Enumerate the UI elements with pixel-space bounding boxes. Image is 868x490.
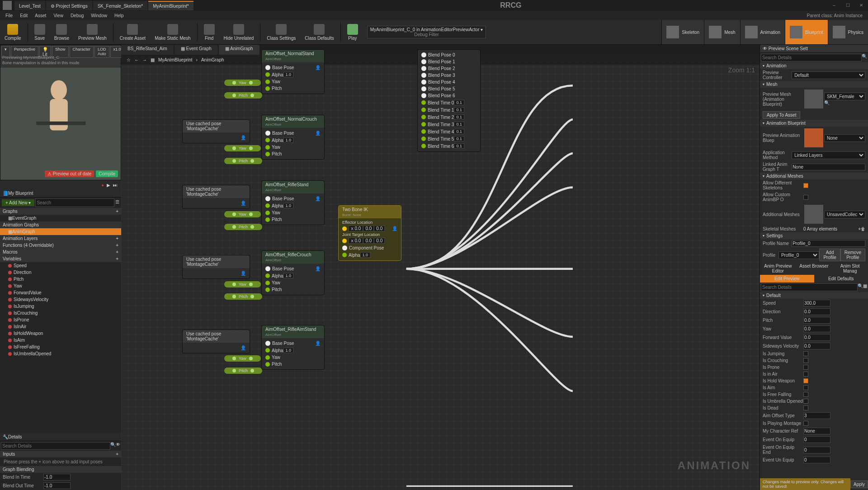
cat-animgraphs[interactable]: Animation Graphs <box>0 221 121 228</box>
prop-field[interactable] <box>803 457 830 463</box>
var-IsAim[interactable]: IsAim <box>0 337 121 344</box>
play-icon[interactable]: ▶ <box>107 183 110 188</box>
prop-field[interactable] <box>803 436 830 443</box>
pitch-pill[interactable]: Pitch <box>224 368 262 374</box>
vp-compile-button[interactable]: Compile <box>96 170 118 177</box>
details-search[interactable] <box>1 442 110 450</box>
prop-field[interactable] <box>803 412 830 419</box>
var-IsInAir[interactable]: IsInAir <box>0 323 121 330</box>
make-static-button[interactable]: Make Static Mesh <box>150 22 195 42</box>
preview-viewport[interactable]: ▾ Perspective 💡Lit Show Character LOD Au… <box>0 45 121 180</box>
minimize-button[interactable]: – <box>827 1 841 10</box>
tab-level[interactable]: Level_Test <box>14 1 45 10</box>
prop-check[interactable] <box>803 399 808 404</box>
cat-variables[interactable]: Variables+ <box>0 255 121 262</box>
prop-field[interactable] <box>803 308 830 315</box>
pitch-pill[interactable]: Pitch <box>224 158 262 164</box>
eye-icon[interactable]: 👁 <box>116 442 120 450</box>
cat-functions[interactable]: Functions (4 Overridable)+ <box>0 242 121 249</box>
mesh-thumb[interactable] <box>804 90 823 108</box>
class-defaults-button[interactable]: Class Defaults <box>300 22 338 42</box>
var-IsProne[interactable]: IsProne <box>0 316 121 323</box>
class-settings-button[interactable]: Class Settings <box>262 22 300 42</box>
close-button[interactable]: ✕ <box>854 1 868 10</box>
sec-default[interactable]: Default <box>760 292 868 299</box>
menu-file[interactable]: File <box>2 13 16 18</box>
blend-in-field[interactable] <box>43 474 71 481</box>
prop-check[interactable] <box>803 405 808 410</box>
tab-skeleton[interactable]: SK_Female_Skeleton* <box>93 1 148 10</box>
yaw-pill[interactable]: Yaw <box>224 355 261 362</box>
sec-mesh[interactable]: Mesh <box>760 81 868 88</box>
debug-target-dropdown[interactable]: MyAnimBlueprint_C_0 in AnimationEditorPr… <box>367 26 486 38</box>
play-button[interactable]: Play <box>343 22 363 42</box>
cat-macros[interactable]: Macros+ <box>0 249 121 255</box>
node-blend[interactable]: Blend Pose 0Blend Pose 1Blend Pose 2Blen… <box>417 49 481 152</box>
menu-debug[interactable]: Debug <box>67 13 87 18</box>
preview-search[interactable] <box>761 283 858 291</box>
prop-field[interactable] <box>803 300 830 306</box>
prop-check[interactable] <box>803 392 808 397</box>
pitch-pill[interactable]: Pitch <box>224 293 262 300</box>
var-IsHoldWeapon[interactable]: IsHoldWeapon <box>0 330 121 337</box>
allow-custom-check[interactable] <box>803 195 808 200</box>
mode-animation[interactable]: Animation <box>740 20 785 44</box>
mode-skeleton[interactable]: Skeleton <box>661 20 704 44</box>
node-cached-4[interactable]: Use cached pose 'MontageCache'👤 <box>182 330 250 353</box>
pitch-pill[interactable]: Pitch <box>224 92 262 99</box>
node-cached-3[interactable]: Use cached pose 'MontageCache'👤 <box>182 255 250 279</box>
yaw-pill[interactable]: Yaw <box>224 145 261 151</box>
edit-defaults-tab[interactable]: Edit Defaults <box>814 275 868 283</box>
prop-field[interactable] <box>803 317 830 324</box>
pitch-pill[interactable]: Pitch <box>224 224 262 230</box>
star-icon[interactable]: ☆ <box>127 57 131 62</box>
preview-ctrl-select[interactable]: Default <box>792 71 865 79</box>
fwd-icon[interactable]: → <box>142 57 147 62</box>
node-aimoffset-3[interactable]: AimOffset_RifleCrouchAimOffsetBase Pose👤… <box>261 250 325 295</box>
sec-animation[interactable]: Animation <box>760 62 868 69</box>
apply-button[interactable]: Apply <box>850 481 868 488</box>
rtab-slot[interactable]: Anim Slot Manag <box>832 262 868 275</box>
prop-field[interactable] <box>803 343 830 349</box>
menu-help[interactable]: Help <box>111 13 127 18</box>
preview-mesh-button[interactable]: Preview Mesh <box>74 22 111 42</box>
save-button[interactable]: Save <box>30 22 50 42</box>
remove-profile-button[interactable]: Remove Profile <box>840 249 865 261</box>
mode-physics[interactable]: Physics <box>828 20 868 44</box>
node-aimoffset-1[interactable]: AimOffset_NormalCrouchAimOffsetBase Pose… <box>261 115 325 160</box>
maximize-button[interactable]: ☐ <box>841 1 854 10</box>
blend-out-field[interactable] <box>43 482 71 489</box>
yaw-pill[interactable]: Yaw <box>224 281 261 287</box>
node-cached-1[interactable]: Use cached pose 'MontageCache'👤 <box>182 119 250 143</box>
back-icon[interactable]: ← <box>134 57 139 62</box>
prop-field[interactable] <box>803 334 830 341</box>
yaw-pill[interactable]: Yaw <box>224 211 261 217</box>
menu-edit[interactable]: Edit <box>16 13 31 18</box>
graph-canvas[interactable]: BS_RifleStand_Aim ▦ Event Graph ▦ AnimGr… <box>121 45 760 490</box>
search-icon[interactable]: 🔍 <box>858 283 863 291</box>
browse-button[interactable]: Browse <box>50 22 74 42</box>
var-ForwardValue[interactable]: ForwardValue <box>0 289 121 296</box>
cat-graphblending[interactable]: Graph Blending <box>0 466 121 473</box>
prop-check[interactable] <box>803 351 808 356</box>
node-cached-2[interactable]: Use cached pose 'MontageCache'👤 <box>182 185 250 209</box>
profile-select[interactable]: Profile_0 <box>778 251 820 259</box>
cat-graphs[interactable]: Graphs+ <box>0 208 121 215</box>
add-new-button[interactable]: + Add New ▾ <box>2 199 34 206</box>
menu-window[interactable]: Window <box>87 13 111 18</box>
prop-check[interactable] <box>803 421 808 426</box>
gtab-event[interactable]: ▦ Event Graph <box>175 45 218 55</box>
var-IsCrouching[interactable]: IsCrouching <box>0 310 121 316</box>
var-Direction[interactable]: Direction <box>0 269 121 276</box>
prop-check[interactable] <box>803 365 808 370</box>
addmesh-thumb[interactable] <box>804 205 823 224</box>
prop-field[interactable] <box>803 447 830 453</box>
rtab-preview[interactable]: Anim Preview Editor <box>760 262 796 275</box>
prop-check[interactable] <box>803 358 808 363</box>
var-Pitch[interactable]: Pitch <box>0 276 121 283</box>
var-IsJumping[interactable]: IsJumping <box>0 303 121 310</box>
node-aimoffset-0[interactable]: AimOffset_NormalStandAimOffsetBase Pose👤… <box>261 49 325 94</box>
menu-asset[interactable]: Asset <box>31 13 50 18</box>
var-SidewaysVelocity[interactable]: SidewaysVelocity <box>0 296 121 303</box>
search-icon[interactable]: 🔍 <box>824 100 830 105</box>
